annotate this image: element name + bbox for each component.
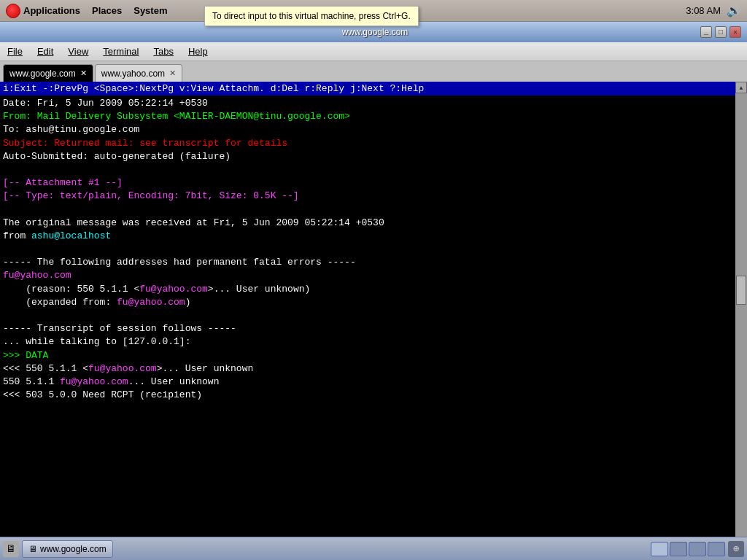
system-bar-right: 3:08 AM 🔊 [686, 4, 741, 18]
taskbar-pager [651, 542, 725, 556]
blank2 [3, 203, 732, 217]
system-menu[interactable]: System [133, 5, 167, 16]
pager-3[interactable] [689, 542, 706, 556]
fatal-errors: ----- The following addresses had perman… [3, 256, 732, 269]
bad-address-line: fu@yahoo.com [3, 269, 732, 282]
places-menu[interactable]: Places [92, 5, 122, 16]
tab-yahoo-label: www.yahoo.com [101, 69, 165, 79]
taskbar-icon: 🖥 [3, 541, 19, 557]
app-icon [6, 4, 20, 18]
terminal-scrollbar[interactable]: ▲ ▼ [735, 82, 747, 560]
response3: <<< 503 5.0.0 Need RCPT (recipient) [3, 389, 732, 402]
attachment1: [-- Attachment #1 --] [3, 176, 732, 190]
bad-address-text: fu@yahoo.com [3, 269, 71, 282]
email-from: From: Mail Delivery Subsystem <MAILER-DA… [3, 110, 732, 123]
tooltip: To direct input to this virtual machine,… [204, 6, 419, 26]
scrollbar-track[interactable] [735, 93, 747, 548]
tab-google-label: www.google.com [9, 69, 76, 79]
tab-google[interactable]: www.google.com ✕ [3, 64, 93, 82]
response2: 550 5.1.1 fu@yahoo.com... User unknown [3, 376, 732, 389]
scroll-up[interactable]: ▲ [735, 82, 747, 93]
network-icon: ⊕ [728, 541, 744, 557]
tab-yahoo[interactable]: www.yahoo.com ✕ [95, 64, 182, 82]
pager-2[interactable] [670, 542, 687, 556]
menu-edit[interactable]: Edit [33, 44, 58, 58]
taskbar-right: ⊕ [651, 541, 744, 557]
data-cmd: >>> DATA [3, 349, 732, 362]
pager-1[interactable] [651, 542, 668, 556]
status-line: i:Exit -:PrevPg <Space>:NextPg v:View At… [0, 82, 735, 96]
blank1 [3, 163, 732, 176]
terminal-content: i:Exit -:PrevPg <Space>:NextPg v:View At… [0, 82, 747, 560]
volume-icon: 🔊 [727, 4, 741, 18]
clock: 3:08 AM [686, 5, 721, 16]
email-content: Date: Fri, 5 Jun 2009 05:22:14 +0530 Fro… [0, 96, 735, 403]
close-button[interactable]: ✕ [729, 26, 741, 38]
response1: <<< 550 5.1.1 <fu@yahoo.com>... User unk… [3, 362, 732, 376]
email-auto-submitted: Auto-Submitted: auto-generated (failure) [3, 150, 732, 163]
menu-file[interactable]: File [3, 44, 27, 58]
taskbar: 🖥 🖥 www.google.com ⊕ [0, 537, 747, 560]
window-controls: _ □ ✕ [700, 26, 741, 38]
applications-menu[interactable]: Applications [23, 5, 80, 16]
tab-yahoo-close[interactable]: ✕ [169, 69, 176, 78]
menu-bar: File Edit View Terminal Tabs Help [0, 42, 747, 61]
tab-google-close[interactable]: ✕ [80, 69, 87, 78]
menu-tabs[interactable]: Tabs [149, 44, 177, 58]
scrollbar-thumb[interactable] [736, 276, 746, 305]
blank4 [3, 309, 732, 322]
email-to: To: ashu@tinu.google.com [3, 123, 732, 136]
reason: (reason: 550 5.1.1 <fu@yahoo.com>... Use… [3, 283, 732, 296]
terminal-window: www.google.com _ □ ✕ File Edit View Term… [0, 22, 747, 560]
window-title: www.google.com [50, 27, 700, 37]
talking: ... while talking to [127.0.0.1]: [3, 335, 732, 349]
system-bar-left: Applications Places System [6, 4, 167, 18]
pager-4[interactable] [708, 542, 725, 556]
email-subject: Subject: Returned mail: see transcript f… [3, 137, 732, 150]
minimize-button[interactable]: _ [700, 26, 712, 38]
blank3 [3, 243, 732, 256]
original1: The original message was received at Fri… [3, 217, 732, 230]
terminal-main[interactable]: i:Exit -:PrevPg <Space>:NextPg v:View At… [0, 82, 735, 560]
menu-terminal[interactable]: Terminal [98, 44, 143, 58]
email-date: Date: Fri, 5 Jun 2009 05:22:14 +0530 [3, 97, 732, 110]
menu-view[interactable]: View [63, 44, 93, 58]
maximize-button[interactable]: □ [715, 26, 727, 38]
menu-help[interactable]: Help [184, 44, 212, 58]
attachment-type: [-- Type: text/plain, Encoding: 7bit, Si… [3, 190, 732, 203]
tab-bar: www.google.com ✕ www.yahoo.com ✕ [0, 61, 747, 82]
original2: from ashu@localhost [3, 230, 732, 243]
taskbar-window-label: www.google.com [40, 544, 107, 554]
transcript: ----- Transcript of session follows ----… [3, 322, 732, 335]
expanded: (expanded from: fu@yahoo.com) [3, 296, 732, 309]
taskbar-window-button[interactable]: 🖥 www.google.com [22, 540, 113, 558]
